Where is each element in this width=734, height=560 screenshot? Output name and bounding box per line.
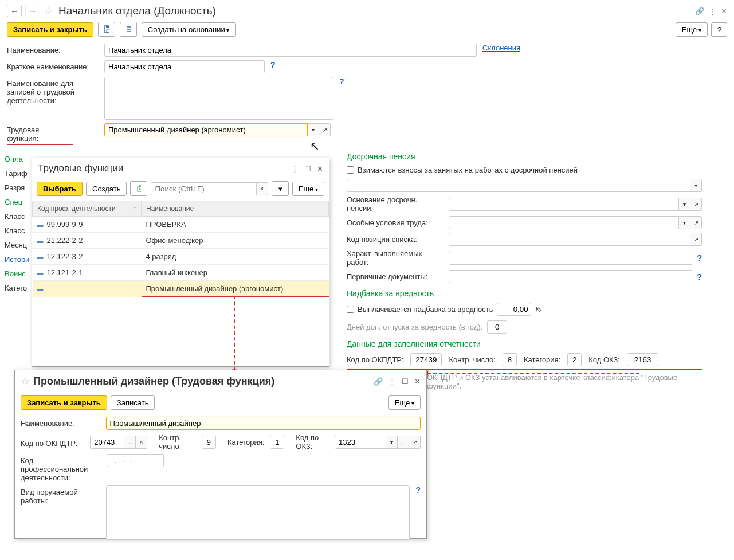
control-input[interactable] <box>503 353 517 366</box>
col-code-header[interactable]: Код проф. деятельности ↑ <box>33 201 142 217</box>
floppy-icon <box>104 25 109 33</box>
close-icon[interactable]: ✕ <box>414 377 421 386</box>
short-name-input[interactable] <box>104 60 265 73</box>
link-icon[interactable]: 🔗 <box>695 7 704 15</box>
select-button[interactable]: Выбрать <box>37 182 83 196</box>
search-icon <box>278 185 278 193</box>
favorite-star-icon[interactable]: ☆ <box>44 5 53 17</box>
work-character-label: Характ. выполняемых работ: <box>347 249 444 267</box>
okz-input[interactable] <box>335 436 386 449</box>
category-input[interactable] <box>270 436 284 449</box>
menu-dots-icon[interactable]: ⋮ <box>291 165 299 173</box>
create-based-on-button[interactable]: Создать на основании <box>142 22 236 37</box>
table-row[interactable]: ▬12.122-3-24 разряд <box>33 249 329 265</box>
work-type-textarea[interactable] <box>106 485 410 540</box>
work-type-label: Вид поручаемой работы: <box>21 485 100 505</box>
save-and-close-button[interactable]: Записать и закрыть <box>21 395 107 410</box>
okz-input[interactable] <box>627 353 658 366</box>
link-icon[interactable]: 🔗 <box>374 377 383 386</box>
pension-select[interactable] <box>347 179 690 192</box>
labor-function-input[interactable] <box>104 123 308 136</box>
forward-button[interactable]: → <box>25 5 40 17</box>
dropdown-icon[interactable]: ▾ <box>690 179 702 192</box>
list-icon <box>126 25 131 33</box>
list-position-input[interactable] <box>449 233 690 246</box>
save-button[interactable]: Записать <box>111 395 155 410</box>
maximize-icon[interactable]: ☐ <box>402 377 409 386</box>
name-label: Наименование: <box>7 44 99 54</box>
special-conditions-label: Особые условия труда: <box>347 218 444 227</box>
save-button[interactable] <box>98 22 115 37</box>
work-character-input[interactable] <box>449 252 692 265</box>
help-icon[interactable]: ? <box>270 60 276 69</box>
prof-code-input[interactable] <box>107 454 164 467</box>
help-icon[interactable]: ? <box>339 77 344 86</box>
more-button[interactable]: Еще <box>292 182 324 196</box>
open-icon[interactable]: ↗ <box>409 436 421 449</box>
special-conditions-input[interactable] <box>449 216 679 229</box>
pension-basis-input[interactable] <box>449 198 679 211</box>
ellipsis-icon[interactable]: … <box>398 436 409 449</box>
dropdown-icon[interactable]: ▾ <box>679 216 690 229</box>
favorite-star-icon[interactable]: ☆ <box>21 375 30 387</box>
copy-icon <box>136 185 141 193</box>
okpdtr-input[interactable] <box>90 436 124 449</box>
hazard-checkbox-label: Выплачивается надбавка за вредность <box>358 305 493 314</box>
table-row[interactable]: ▬99.999-9-9ПРОВЕРКА <box>33 217 329 233</box>
okpdtr-input[interactable] <box>410 353 442 366</box>
more-button[interactable]: Еще <box>676 22 708 37</box>
save-and-close-button[interactable]: Записать и закрыть <box>7 22 93 37</box>
table-row[interactable]: ▬21.222-2-2Офис-менеджер <box>33 233 329 249</box>
hazard-checkbox[interactable] <box>347 306 354 313</box>
open-icon[interactable]: ↗ <box>690 216 702 229</box>
okpdtr-label: Код по ОКПДТР: <box>347 355 403 364</box>
open-icon[interactable]: ↗ <box>690 198 702 211</box>
table-row[interactable]: ▬Промышленный дизайнер (эргономист) <box>33 281 329 297</box>
clear-icon[interactable]: × <box>257 182 268 195</box>
svg-rect-1 <box>106 26 109 28</box>
activity-name-textarea[interactable] <box>104 77 333 120</box>
dropdown-icon[interactable]: ▾ <box>679 198 690 211</box>
menu-dots-icon[interactable]: ⋮ <box>388 377 396 386</box>
open-icon[interactable]: ↗ <box>319 123 331 136</box>
maximize-icon[interactable]: ☐ <box>304 165 311 173</box>
dropdown-icon[interactable]: ▾ <box>308 123 319 136</box>
popup1-title: Трудовые функции <box>38 163 123 174</box>
col-name-header[interactable]: Наименование <box>142 201 329 217</box>
name-input[interactable] <box>106 417 421 430</box>
pension-checkbox[interactable] <box>347 166 354 174</box>
declensions-link[interactable]: Склонения <box>482 44 520 52</box>
pension-checkbox-label: Взимаются взносы за занятых на работах с… <box>358 166 578 174</box>
search-button[interactable]: ▾ <box>272 181 289 196</box>
create-button[interactable]: Создать <box>86 182 127 196</box>
back-button[interactable]: ← <box>7 5 22 17</box>
dropdown-icon[interactable]: ▾ <box>386 436 398 449</box>
control-input[interactable] <box>202 436 216 449</box>
right-panel: Досрочная пенсия Взимаются взносы за зан… <box>347 152 702 390</box>
help-button[interactable]: ? <box>711 22 727 37</box>
search-input[interactable] <box>151 182 256 195</box>
prof-code-label: Код профессиональной деятельности: <box>21 454 101 482</box>
close-icon[interactable]: ✕ <box>721 7 727 15</box>
hazard-value-input[interactable] <box>497 303 531 316</box>
labor-function-card-popup: ☆ Промышленный дизайнер (Трудовая функци… <box>14 370 427 539</box>
copy-button[interactable] <box>130 181 147 196</box>
category-input[interactable] <box>567 353 582 366</box>
help-icon[interactable]: ? <box>697 253 702 263</box>
help-icon[interactable]: ? <box>415 485 421 495</box>
window-title: Начальник отдела (Должность) <box>58 5 216 17</box>
list-button[interactable] <box>120 22 137 37</box>
labor-functions-popup: Трудовые функции ⋮ ☐ ✕ Выбрать Создать ×… <box>32 158 329 367</box>
more-button[interactable]: Еще <box>388 395 421 410</box>
clear-icon[interactable]: × <box>136 436 147 449</box>
extra-days-input[interactable] <box>487 320 507 334</box>
open-icon[interactable]: ↗ <box>690 233 702 246</box>
primary-docs-input[interactable] <box>449 270 692 283</box>
primary-docs-label: Первичные документы: <box>347 272 444 281</box>
help-icon[interactable]: ? <box>697 272 702 281</box>
ellipsis-icon[interactable]: … <box>124 436 136 449</box>
close-icon[interactable]: ✕ <box>317 165 323 173</box>
table-row[interactable]: ▬12.121-2-1Главный инженер <box>33 265 329 281</box>
name-input[interactable] <box>104 44 477 57</box>
menu-dots-icon[interactable]: ⋮ <box>709 7 716 15</box>
